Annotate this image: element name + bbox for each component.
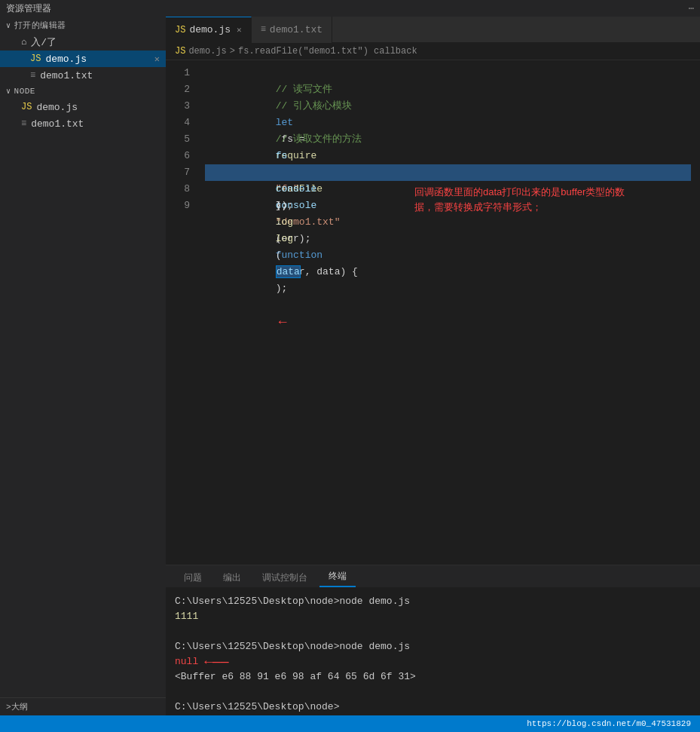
node-chevron: ∨	[6, 87, 11, 96]
breadcrumb-js-icon: JS	[175, 46, 185, 57]
sidebar-item-folder[interactable]: ⌂ 入/了	[0, 34, 166, 51]
code-line-8: });	[205, 181, 691, 198]
top-bar-more[interactable]: ⋯	[689, 3, 694, 14]
terminal-line-6: <Buffer e6 88 91 e6 98 af 64 65 6d 6f 31…	[175, 669, 691, 685]
folder-icon: ⌂	[21, 37, 26, 47]
outline-label: 大纲	[11, 701, 28, 712]
tab-demo1-txt-label: demo1.txt	[270, 24, 322, 35]
tab-demo-js[interactable]: JS demo.js ✕	[166, 17, 252, 43]
node-demo-js-label: demo.js	[36, 102, 78, 113]
sidebar-item-demo1-txt-open[interactable]: ≡ demo1.txt	[0, 67, 166, 84]
code-line-4: // 读取文件的方法	[205, 115, 691, 131]
code-line-2: // 引入核心模块	[205, 81, 691, 98]
status-bar: https://blog.csdn.net/m0_47531829	[0, 715, 700, 732]
arrow-line7: ←	[279, 314, 287, 329]
node-demo1-txt-label: demo1.txt	[31, 118, 84, 130]
outline-header[interactable]: > 大纲	[0, 698, 166, 715]
breadcrumb: JS demo.js > fs.readFile("demo1.txt") ca…	[166, 43, 700, 60]
breadcrumb-context: fs.readFile("demo1.txt") callback	[238, 46, 417, 57]
sidebar-bottom: > 大纲	[0, 697, 166, 715]
demo1-txt-label-open: demo1.txt	[40, 70, 93, 81]
node-header[interactable]: ∨ NODE	[0, 84, 166, 99]
open-editors-header[interactable]: ∨ 打开的编辑器	[0, 17, 166, 34]
panel-tab-debug[interactable]: 调试控制台	[253, 568, 316, 587]
open-editors-chevron: ∨	[6, 21, 11, 30]
tab-demo1-txt[interactable]: ≡ demo1.txt	[252, 17, 332, 43]
close-demo-js-icon[interactable]: ✕	[154, 54, 160, 65]
top-bar-title: 资源管理器	[6, 2, 51, 15]
txt-file-icon-node: ≡	[21, 118, 26, 129]
txt-file-icon-open: ≡	[30, 70, 35, 81]
main-layout: ∨ 打开的编辑器 ⌂ 入/了 JS demo.js ✕ ≡ demo1.txt …	[0, 17, 700, 715]
panel-tab-problems[interactable]: 问题	[175, 568, 211, 587]
sidebar-item-demo-js-open[interactable]: JS demo.js ✕	[0, 51, 166, 67]
js-file-icon-node: JS	[21, 102, 32, 112]
terminal-content[interactable]: C:\Users\12525\Desktop\node>node demo.js…	[166, 588, 700, 715]
code-line-5: fs . readFile ( "demo1.txt" , function (…	[205, 131, 691, 148]
sidebar-node-demo-js[interactable]: JS demo.js	[0, 99, 166, 115]
tab-txt-icon: ≡	[261, 24, 266, 35]
code-line-3: let fs = require ( "fs" );	[205, 98, 691, 115]
terminal-line-7	[175, 685, 691, 700]
code-editor[interactable]: // 读写文件 // 引入核心模块 let fs = require ( "fs…	[196, 60, 700, 565]
panel-tab-output[interactable]: 编出	[214, 568, 250, 587]
line-numbers: 1 2 3 4 5 6 7 8 9	[166, 60, 196, 565]
sidebar: ∨ 打开的编辑器 ⌂ 入/了 JS demo.js ✕ ≡ demo1.txt …	[0, 17, 166, 715]
tab-bar: JS demo.js ✕ ≡ demo1.txt	[166, 17, 700, 43]
panel-tab-terminal[interactable]: 终端	[319, 567, 356, 587]
code-line-7: console . log ( data ); ←	[205, 164, 691, 181]
folder-label: 入/了	[31, 35, 57, 49]
open-editors-label: 打开的编辑器	[14, 20, 66, 31]
arrow-terminal: ←——	[204, 654, 228, 669]
js-file-icon: JS	[30, 54, 41, 64]
terminal-line-5: null	[175, 654, 198, 669]
status-url: https://blog.csdn.net/m0_47531829	[527, 719, 691, 728]
tab-demo-js-close[interactable]: ✕	[237, 25, 242, 35]
tab-js-icon: JS	[175, 25, 185, 35]
panel-tabs: 问题 编出 调试控制台 终端	[166, 565, 700, 588]
outline-chevron: >	[6, 703, 11, 712]
node-label: NODE	[14, 87, 35, 96]
bottom-panel: 问题 编出 调试控制台 终端 C:\Users\12525\Desktop\no…	[166, 565, 700, 715]
demo-js-label-open: demo.js	[45, 54, 87, 65]
sidebar-node-demo1-txt[interactable]: ≡ demo1.txt	[0, 115, 166, 132]
code-line-6: console . log (err); ←	[205, 148, 691, 164]
terminal-line-4: C:\Users\12525\Desktop\node>node demo.js	[175, 639, 691, 654]
code-line-9	[205, 198, 691, 214]
editor-content[interactable]: 1 2 3 4 5 6 7 8 9 // 读写文件	[166, 60, 700, 565]
code-line-1: // 读写文件	[205, 65, 691, 81]
terminal-line-2: 1111	[175, 609, 691, 624]
top-bar: 资源管理器 ⋯	[0, 0, 700, 17]
breadcrumb-filename: demo.js	[188, 46, 226, 57]
editor-area: JS demo.js ✕ ≡ demo1.txt JS demo.js > fs…	[166, 17, 700, 715]
terminal-line-1: C:\Users\12525\Desktop\node>node demo.js	[175, 594, 691, 609]
breadcrumb-sep1: >	[230, 46, 235, 57]
tab-demo-js-label: demo.js	[189, 24, 231, 35]
terminal-line-8: C:\Users\12525\Desktop\node>	[175, 700, 691, 715]
terminal-line-3	[175, 624, 691, 639]
